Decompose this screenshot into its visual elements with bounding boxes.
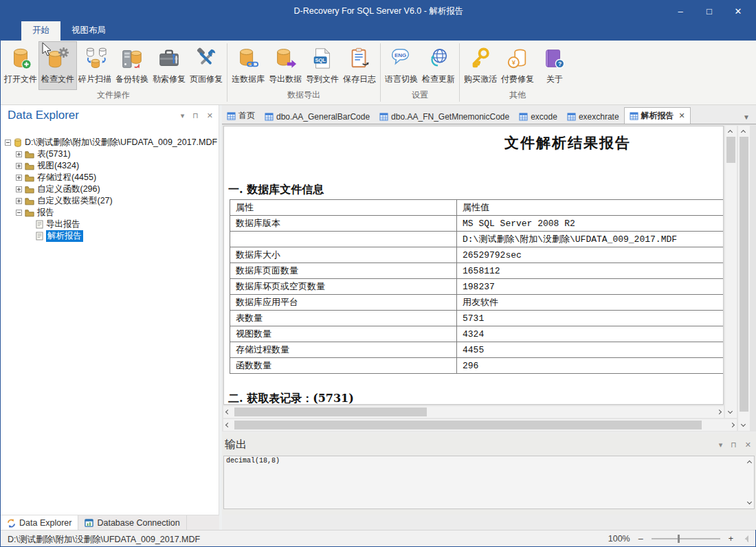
zoom-in-button[interactable]: + <box>729 534 733 544</box>
tree-item[interactable]: 存储过程(4455) <box>5 172 219 183</box>
app-window: D-Recovery For SQL Server V6.0 - 解析报告 – … <box>0 0 756 547</box>
scroll-thumb[interactable] <box>740 137 748 412</box>
tree-item[interactable]: D:\测试删除\附加\没删除\UFDATA_009_2017.MDF <box>5 137 219 148</box>
dock-tab-data-explorer[interactable]: Data Explorer <box>1 515 78 531</box>
panel-close-icon[interactable]: ✕ <box>745 440 751 449</box>
save-log-button[interactable]: 保存日志 <box>341 42 378 89</box>
statusbar-file-path: D:\测试删除\附加\没删除\UFDATA_009_2017.MDF <box>8 534 200 546</box>
report-page: 文件解析结果报告 一. 数据库文件信息 属性属性值数据库版本MS SQL Ser… <box>224 133 724 405</box>
ransom-repair-button[interactable]: 勒索修复 <box>151 42 188 89</box>
coins-yuan-icon: ¥ <box>504 45 531 71</box>
table-row: 数据库大小26529792sec <box>230 247 724 263</box>
expand-icon[interactable] <box>16 163 22 169</box>
tree-item[interactable]: 报告 <box>5 207 219 219</box>
check-update-button[interactable]: 检查更新 <box>420 42 457 89</box>
button-label: 打开文件 <box>4 74 37 85</box>
sql-file-icon: SQL <box>309 45 335 71</box>
tree-item-label: 导出报告 <box>46 219 80 230</box>
tree-item[interactable]: 解析报告 <box>5 230 219 242</box>
export-data-button[interactable]: 导出数据 <box>267 42 304 89</box>
language-switch-button[interactable]: ENG 语言切换 <box>383 42 420 89</box>
report-hscrollbar[interactable] <box>223 406 724 418</box>
document-tab[interactable]: excode <box>514 110 562 124</box>
document-hscrollbar[interactable] <box>223 419 737 431</box>
group-label-data-export: 数据导出 <box>228 89 379 104</box>
table-cell: 198237 <box>457 279 724 295</box>
tree-item[interactable]: 自定义数据类型(27) <box>5 195 219 207</box>
toolbar-group-data-export: 连数据库 导出数据 SQL 导到文件 <box>228 41 379 104</box>
tab-close-icon[interactable]: ✕ <box>679 111 685 120</box>
scroll-thumb[interactable] <box>234 408 427 416</box>
connect-database-button[interactable]: 连数据库 <box>230 42 267 89</box>
ribbon-tab-start[interactable]: 开始 <box>21 21 60 41</box>
export-to-file-button[interactable]: SQL 导到文件 <box>304 42 341 89</box>
maximize-button[interactable]: □ <box>695 1 724 21</box>
globe-update-icon <box>425 45 452 71</box>
buy-activate-button[interactable]: 购买激活 <box>462 42 499 89</box>
report-icon <box>36 232 43 241</box>
table-cell: 数据库大小 <box>230 247 457 263</box>
button-label: 关于 <box>546 74 563 85</box>
document-area: 首页dbo.AA_GeneralBarCodedbo.AA_FN_GetMnem… <box>222 105 756 530</box>
panel-close-icon[interactable]: ✕ <box>207 111 213 120</box>
zoom-slider[interactable] <box>652 538 720 539</box>
output-vscrollbar[interactable] <box>746 456 755 509</box>
panel-dropdown-icon[interactable]: ▾ <box>719 440 723 449</box>
document-tab[interactable]: dbo.AA_GeneralBarCode <box>260 110 375 124</box>
close-button[interactable]: ✕ <box>724 1 753 21</box>
table-cell: 用友软件 <box>457 295 724 311</box>
paid-repair-button[interactable]: ¥ 付费修复 <box>499 42 536 89</box>
report-section2-heading: 二. 获取表记录：(5731) <box>228 392 724 405</box>
open-file-button[interactable]: 打开文件 <box>2 42 39 89</box>
zoom-out-button[interactable]: – <box>638 534 643 544</box>
collapse-icon[interactable] <box>5 139 11 146</box>
resize-grip-icon[interactable] <box>742 535 748 542</box>
table-cell: 5731 <box>457 311 724 326</box>
panel-dropdown-icon[interactable]: ▾ <box>181 111 185 120</box>
tree-item[interactable]: 导出报告 <box>5 219 219 230</box>
tab-list-dropdown-icon[interactable]: ▼ <box>736 111 756 124</box>
group-label-file-ops: 文件操作 <box>1 89 226 104</box>
database-add-icon <box>8 45 34 71</box>
dock-tab-database-connection[interactable]: Database Connection <box>78 515 186 531</box>
page-repair-button[interactable]: 页面修复 <box>188 42 225 89</box>
ribbon-tab-view-layout[interactable]: 视图布局 <box>60 21 117 41</box>
expand-icon[interactable] <box>16 198 22 204</box>
document-tab[interactable]: dbo.AA_FN_GetMnemonicCode <box>375 110 514 124</box>
database-link-icon <box>235 45 261 71</box>
table-row: 数据库版本MS SQL Server 2008 R2 <box>230 216 724 232</box>
table-cell: 函数数量 <box>230 358 457 374</box>
document-tab-label: 首页 <box>238 110 255 122</box>
report-vscrollbar[interactable] <box>725 126 737 418</box>
group-label-other: 其他 <box>460 89 575 104</box>
document-tab[interactable]: 首页 <box>222 108 260 124</box>
document-tab[interactable]: 解析报告✕ <box>624 107 691 124</box>
document-vscrollbar[interactable] <box>738 126 750 431</box>
minimize-button[interactable]: – <box>666 1 695 21</box>
document-tab[interactable]: exexchrate <box>562 110 624 124</box>
tree-item[interactable]: 自定义函数(296) <box>5 183 219 195</box>
report-viewport: 文件解析结果报告 一. 数据库文件信息 属性属性值数据库版本MS SQL Ser… <box>223 126 724 405</box>
sync-arrows-icon <box>7 519 16 528</box>
svg-text:¥: ¥ <box>512 58 516 66</box>
panel-pin-icon[interactable]: ⊓ <box>731 440 737 449</box>
expand-icon[interactable] <box>16 186 22 192</box>
collapse-icon[interactable] <box>16 210 22 216</box>
zoom-slider-thumb[interactable] <box>678 535 680 543</box>
backup-convert-button[interactable]: 备份转换 <box>113 42 151 89</box>
scroll-thumb[interactable] <box>234 421 702 429</box>
tree-item[interactable]: 表(5731) <box>5 148 219 160</box>
table-grid-icon <box>567 113 576 121</box>
title-bar: D-Recovery For SQL Server V6.0 - 解析报告 – … <box>1 1 756 21</box>
tree-item-label: 表(5731) <box>37 148 71 160</box>
fragment-scan-button[interactable]: 碎片扫描 <box>76 42 113 89</box>
toolbar-group-settings: ENG 语言切换 检查更新 设置 <box>381 41 458 104</box>
about-button[interactable]: ? 关于 <box>536 42 573 89</box>
tree-item[interactable]: 视图(4324) <box>5 160 219 172</box>
expand-icon[interactable] <box>16 175 22 181</box>
folder-icon <box>25 186 34 194</box>
panel-pin-icon[interactable]: ⊓ <box>192 111 199 120</box>
expand-icon[interactable] <box>16 151 22 157</box>
scroll-thumb[interactable] <box>726 137 735 163</box>
toolbar-separator <box>227 43 227 102</box>
